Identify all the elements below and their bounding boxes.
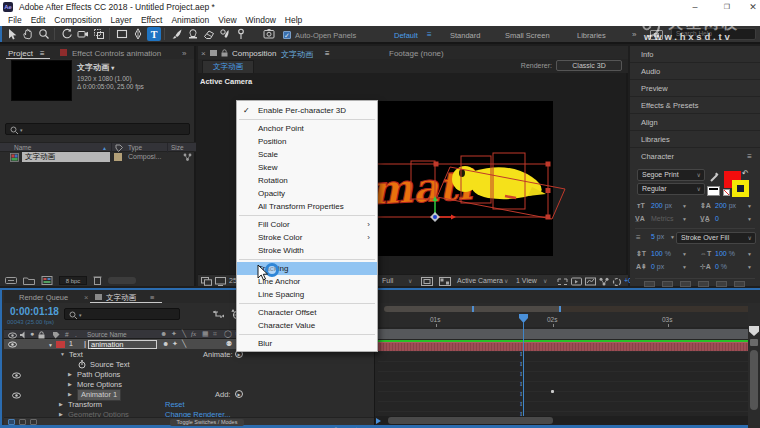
camera-tool[interactable] bbox=[76, 27, 90, 41]
dropdown-arrow-icon[interactable]: ▼ bbox=[747, 251, 752, 257]
dropdown-arrow-icon[interactable]: ▼ bbox=[747, 264, 752, 270]
font-style-select[interactable]: Regular∨ bbox=[637, 183, 705, 195]
sidebar-panel-preview[interactable]: Preview bbox=[630, 80, 760, 97]
menu-file[interactable]: File bbox=[8, 15, 22, 25]
menu-animation[interactable]: Animation bbox=[171, 15, 209, 25]
workspace-overflow-chevrons[interactable]: » bbox=[632, 30, 636, 39]
search-help-input[interactable]: Search Help bbox=[671, 28, 756, 40]
dropdown-arrow-icon[interactable]: ▼ bbox=[682, 203, 687, 209]
view-layout-dropdown[interactable]: 1 View bbox=[516, 277, 537, 284]
magnification-monitors-icon[interactable] bbox=[201, 277, 212, 286]
menu-layer[interactable]: Layer bbox=[111, 15, 132, 25]
timeline-horizontal-scrollbar[interactable] bbox=[388, 417, 553, 424]
comp-mini-tab[interactable]: 文字动画 bbox=[202, 60, 254, 73]
sort-arrow-icon[interactable]: ▲ bbox=[102, 145, 107, 151]
menu-help[interactable]: Help bbox=[285, 15, 302, 25]
menu-view[interactable]: View bbox=[218, 15, 236, 25]
expand-inout-icon[interactable] bbox=[30, 419, 37, 425]
menu-edit[interactable]: Edit bbox=[31, 15, 46, 25]
property-row-more-options[interactable]: ▶More Options bbox=[4, 379, 374, 389]
twirl-icon[interactable]: ▶ bbox=[68, 381, 72, 387]
no-color-swatch[interactable] bbox=[723, 189, 730, 196]
layer-name-input[interactable]: animation bbox=[88, 340, 157, 349]
menu-item-stroke-width[interactable]: Stroke Width bbox=[237, 244, 377, 257]
snapshot-tool[interactable] bbox=[262, 27, 276, 41]
puppet-pin-tool[interactable] bbox=[234, 27, 248, 41]
workspace-tab-default[interactable]: Default bbox=[394, 31, 418, 40]
transparency-grid-icon[interactable] bbox=[439, 277, 451, 286]
tsume-value[interactable]: 0 % bbox=[715, 263, 727, 270]
horizontal-scale-value[interactable]: 100 % bbox=[715, 250, 735, 257]
workspace-tab-standard[interactable]: Standard bbox=[450, 31, 480, 40]
subscript-button[interactable] bbox=[734, 281, 745, 287]
faux-italic-button[interactable] bbox=[662, 281, 673, 287]
eye-icon[interactable] bbox=[8, 341, 17, 348]
menu-item-stroke-color[interactable]: Stroke Color› bbox=[237, 231, 377, 244]
tab-effect-controls[interactable]: Effect Controls animation bbox=[72, 49, 161, 58]
workspace-tab-small-screen[interactable]: Small Screen bbox=[505, 31, 550, 40]
camera-view-dropdown[interactable]: Active Camera bbox=[457, 277, 503, 284]
timeline-zoom-handle-icon[interactable] bbox=[376, 418, 381, 424]
workspace-tab-libraries[interactable]: Libraries bbox=[577, 31, 606, 40]
menu-item-fill-color[interactable]: Fill Color› bbox=[237, 218, 377, 231]
superscript-button[interactable] bbox=[716, 281, 727, 287]
animate-menu-icon[interactable]: ▶ bbox=[235, 390, 243, 398]
clone-stamp-tool[interactable] bbox=[186, 27, 200, 41]
expand-transfer-controls-icon[interactable] bbox=[19, 419, 26, 425]
tab-footage[interactable]: Footage (none) bbox=[389, 49, 444, 58]
workspace-bar-icon[interactable] bbox=[650, 30, 663, 40]
trash-icon[interactable] bbox=[93, 275, 102, 285]
item-label-swatch[interactable] bbox=[114, 153, 122, 161]
screen-icon[interactable] bbox=[215, 277, 226, 286]
comp-button-icon[interactable] bbox=[750, 339, 758, 346]
renderer-button[interactable]: Classic 3D bbox=[556, 60, 622, 71]
property-row-source-text[interactable]: Source Text bbox=[4, 359, 374, 369]
column-name[interactable]: Name bbox=[14, 144, 31, 151]
menu-item-blur[interactable]: Blur bbox=[237, 337, 377, 350]
property-label[interactable]: Transform bbox=[68, 400, 102, 409]
timeline-zoom-slider[interactable] bbox=[319, 419, 361, 426]
property-label[interactable]: More Options bbox=[77, 380, 122, 389]
project-tab-menu-icon[interactable]: ≡ bbox=[40, 49, 45, 58]
property-row-path-options[interactable]: ▶Path Options bbox=[4, 369, 374, 379]
reset-exposure-icon[interactable] bbox=[612, 277, 622, 287]
tab-close-icon[interactable]: × bbox=[84, 293, 88, 302]
stroke-color-swatch[interactable] bbox=[732, 180, 749, 197]
menu-item-character-offset[interactable]: Character Offset bbox=[237, 306, 377, 319]
menu-item-line-spacing[interactable]: Line Spacing bbox=[237, 288, 377, 301]
dropdown-arrow-icon[interactable]: ▼ bbox=[682, 216, 687, 222]
property-row-animator-1[interactable]: ▶Animator 1Add:▶ bbox=[4, 389, 374, 399]
maximize-button[interactable]: ❐ bbox=[716, 0, 738, 14]
rotation-tool[interactable] bbox=[60, 27, 74, 41]
interpret-footage-icon[interactable] bbox=[5, 276, 17, 285]
project-tab-overflow[interactable]: » bbox=[182, 49, 186, 58]
menu-item-rotation[interactable]: Rotation bbox=[237, 174, 377, 187]
lock-icon[interactable] bbox=[221, 49, 228, 57]
baseline-shift-value[interactable]: 0 px bbox=[651, 263, 664, 270]
hand-tool[interactable] bbox=[21, 27, 35, 41]
type-tool[interactable]: T bbox=[147, 27, 161, 41]
comp-flowchart-icon[interactable] bbox=[599, 277, 609, 286]
timeline-navigator-bar[interactable] bbox=[384, 306, 753, 312]
menu-item-character-value[interactable]: Character Value bbox=[237, 319, 377, 332]
all-caps-button[interactable] bbox=[680, 281, 691, 287]
keyframe-dot[interactable] bbox=[551, 390, 554, 393]
dropdown-arrow-icon[interactable]: ▼ bbox=[747, 216, 752, 222]
stroke-width-value[interactable]: 5 px bbox=[651, 233, 664, 240]
region-of-interest-icon[interactable] bbox=[421, 277, 433, 286]
timeline-graph-icon[interactable] bbox=[585, 277, 596, 286]
default-fill-stroke-icon[interactable] bbox=[707, 186, 720, 196]
brush-tool[interactable] bbox=[170, 27, 184, 41]
sidebar-panel-audio[interactable]: Audio bbox=[630, 63, 760, 80]
eraser-tool[interactable] bbox=[202, 27, 216, 41]
rectangle-tool[interactable] bbox=[115, 27, 129, 41]
project-item-name[interactable]: 文字动画 bbox=[22, 152, 110, 162]
timeline-search-input[interactable]: ▾ bbox=[64, 308, 180, 320]
leading-value[interactable]: 200 px bbox=[715, 202, 736, 209]
dropdown-arrow-icon[interactable]: ▼ bbox=[682, 251, 687, 257]
twirl-icon[interactable]: ▶ bbox=[68, 391, 72, 397]
menu-item-anchor-point[interactable]: Anchor Point bbox=[237, 122, 377, 135]
eyedropper-icon[interactable] bbox=[709, 170, 721, 183]
motion-blur-icon[interactable]: ⚉ bbox=[226, 340, 232, 348]
tab-render-queue[interactable]: Render Queue bbox=[19, 293, 68, 302]
